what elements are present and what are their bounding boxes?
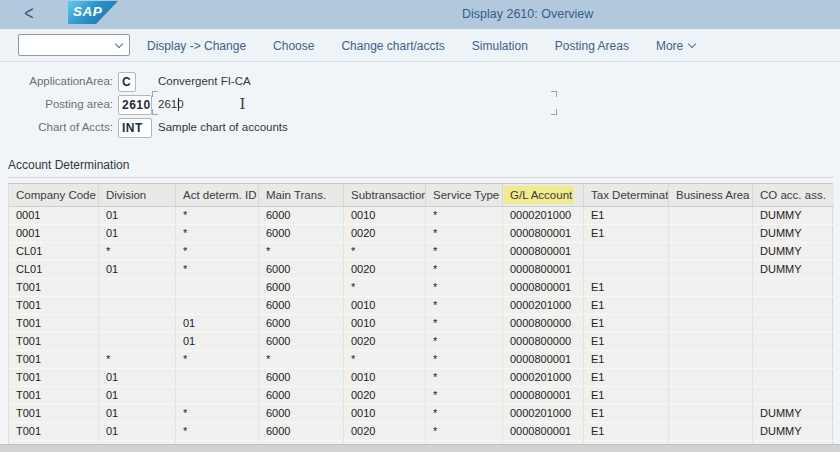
table-cell[interactable] [753,315,834,333]
table-cell[interactable]: DUMMY [753,207,834,225]
table-cell[interactable] [584,243,669,261]
table-cell[interactable]: E1 [584,405,669,423]
table-cell[interactable]: 6000 [259,279,344,297]
table-cell[interactable]: DUMMY [753,225,834,243]
table-cell[interactable]: 01 [99,207,176,225]
menu-item[interactable]: Simulation [472,39,528,53]
table-row[interactable]: CL0101*60000020*0000800001DUMMY [9,261,832,279]
table-row[interactable]: CL01*****0000800001DUMMY [9,243,832,261]
table-cell[interactable]: * [426,243,503,261]
table-row[interactable]: 000101*60000010*0000201000E1DUMMY [9,207,832,225]
table-cell[interactable]: 0001 [9,207,99,225]
table-cell[interactable] [753,387,834,405]
table-cell[interactable]: * [176,423,259,441]
table-cell[interactable] [176,369,259,387]
table-row[interactable]: T0016000**0000800001E1 [9,279,832,297]
table-cell[interactable]: T001 [9,279,99,297]
table-cell[interactable] [753,279,834,297]
column-header[interactable]: Tax Determination [584,184,669,207]
table-cell[interactable]: * [426,207,503,225]
table-cell[interactable] [99,297,176,315]
table-cell[interactable]: * [176,405,259,423]
table-cell[interactable] [99,333,176,351]
table-cell[interactable]: DUMMY [753,243,834,261]
posting-area-description[interactable]: 2610 [158,98,184,110]
table-cell[interactable]: * [426,225,503,243]
table-cell[interactable] [669,369,753,387]
table-cell[interactable]: 0000800000 [503,333,584,351]
column-header[interactable]: Division [99,184,176,207]
table-cell[interactable] [669,333,753,351]
table-cell[interactable]: * [344,243,426,261]
command-field[interactable] [18,34,130,56]
table-cell[interactable] [753,297,834,315]
table-cell[interactable] [669,225,753,243]
column-header[interactable]: Subtransaction [344,184,426,207]
table-cell[interactable]: DUMMY [753,261,834,279]
table-cell[interactable]: T001 [9,423,99,441]
back-chevron-icon[interactable]: < [18,0,40,28]
table-cell[interactable] [669,297,753,315]
table-cell[interactable] [753,351,834,369]
menu-item[interactable]: Choose [273,39,314,53]
table-cell[interactable]: T001 [9,297,99,315]
table-cell[interactable]: 0020 [344,333,426,351]
table-row[interactable]: T001*****0000800001E1 [9,351,832,369]
table-cell[interactable]: T001 [9,333,99,351]
table-cell[interactable]: 6000 [259,225,344,243]
table-cell[interactable]: 6000 [259,207,344,225]
table-cell[interactable]: 0020 [344,225,426,243]
table-cell[interactable]: 0000800001 [503,279,584,297]
table-cell[interactable]: 0000800001 [503,351,584,369]
column-header[interactable]: Main Trans. [259,184,344,207]
table-row[interactable]: 000101*60000020*0000800001E1DUMMY [9,225,832,243]
table-cell[interactable] [669,351,753,369]
table-cell[interactable]: * [99,243,176,261]
table-cell[interactable] [669,279,753,297]
table-cell[interactable]: 0010 [344,207,426,225]
table-cell[interactable]: E1 [584,315,669,333]
table-cell[interactable]: 6000 [259,261,344,279]
table-cell[interactable]: 0000800000 [503,315,584,333]
table-cell[interactable]: E1 [584,351,669,369]
table-cell[interactable]: T001 [9,351,99,369]
table-cell[interactable] [669,423,753,441]
table-cell[interactable] [176,387,259,405]
table-cell[interactable]: 0000800001 [503,225,584,243]
table-cell[interactable]: 0020 [344,261,426,279]
table-cell[interactable]: T001 [9,369,99,387]
table-cell[interactable]: 01 [99,369,176,387]
table-cell[interactable]: 01 [176,333,259,351]
menu-item[interactable]: Posting Areas [555,39,629,53]
table-cell[interactable]: 6000 [259,315,344,333]
table-cell[interactable] [753,369,834,387]
table-cell[interactable]: E1 [584,279,669,297]
table-cell[interactable]: * [426,315,503,333]
table-row[interactable]: T00160000010*0000201000E1 [9,297,832,315]
posting-area-field[interactable]: 2610 [118,95,152,115]
table-cell[interactable]: 01 [99,261,176,279]
table-cell[interactable]: * [426,405,503,423]
table-cell[interactable] [99,279,176,297]
table-cell[interactable]: * [426,351,503,369]
table-cell[interactable]: * [176,261,259,279]
table-cell[interactable] [99,315,176,333]
table-cell[interactable] [669,405,753,423]
table-cell[interactable] [176,297,259,315]
table-cell[interactable]: 6000 [259,297,344,315]
table-cell[interactable]: 6000 [259,369,344,387]
table-cell[interactable]: 01 [99,423,176,441]
table-cell[interactable]: 0010 [344,297,426,315]
table-cell[interactable]: 0000800001 [503,387,584,405]
table-cell[interactable]: E1 [584,387,669,405]
table-cell[interactable] [669,207,753,225]
table-cell[interactable] [669,261,753,279]
table-cell[interactable]: 0010 [344,315,426,333]
table-cell[interactable]: 01 [99,405,176,423]
table-cell[interactable]: * [259,351,344,369]
table-cell[interactable]: 0000201000 [503,207,584,225]
table-cell[interactable]: * [99,351,176,369]
table-row[interactable]: T0010160000010*0000800000E1 [9,315,832,333]
table-cell[interactable]: * [344,279,426,297]
table-cell[interactable]: E1 [584,207,669,225]
